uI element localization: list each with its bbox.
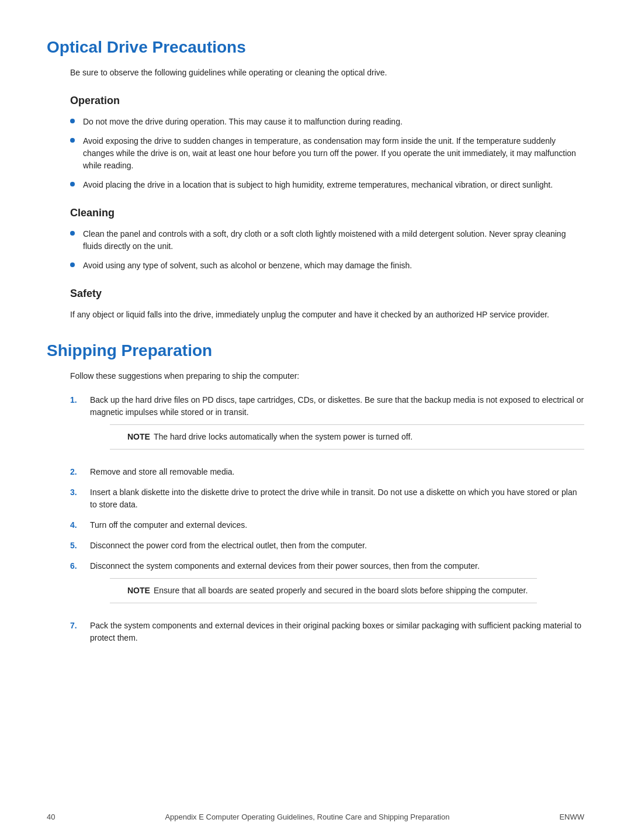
note-box-1: NOTEThe hard drive locks automatically w…	[110, 424, 584, 450]
cleaning-list: Clean the panel and controls with a soft…	[70, 228, 584, 272]
bullet-icon	[70, 262, 75, 267]
list-item: Clean the panel and controls with a soft…	[70, 228, 584, 253]
operation-list: Do not move the drive during operation. …	[70, 116, 584, 191]
cleaning-heading: Cleaning	[70, 205, 584, 221]
note-label: NOTE	[127, 432, 150, 441]
item-num-5: 5.	[70, 540, 86, 552]
footer-right-text: ENWW	[559, 811, 584, 823]
safety-text: If any object or liquid falls into the d…	[70, 309, 584, 321]
note-label: NOTE	[127, 586, 150, 595]
list-item: Do not move the drive during operation. …	[70, 116, 584, 128]
list-item: 2. Remove and store all removable media.	[70, 466, 584, 478]
page-footer: 40 Appendix E Computer Operating Guideli…	[47, 811, 584, 823]
operation-heading: Operation	[70, 93, 584, 109]
list-item: 4. Turn off the computer and external de…	[70, 519, 584, 531]
bullet-icon	[70, 231, 75, 236]
list-item: 6. Disconnect the system components and …	[70, 560, 584, 611]
list-item: 7. Pack the system components and extern…	[70, 620, 584, 644]
item-text-7: Pack the system components and external …	[90, 620, 584, 644]
list-item: Avoid using any type of solvent, such as…	[70, 260, 584, 272]
item-num-3: 3.	[70, 486, 86, 499]
item-text-2: Remove and store all removable media.	[90, 466, 234, 478]
operation-bullet-2: Avoid exposing the drive to sudden chang…	[83, 135, 584, 172]
operation-bullet-1: Do not move the drive during operation. …	[83, 116, 403, 128]
cleaning-bullet-2: Avoid using any type of solvent, such as…	[83, 260, 412, 272]
item-num-6: 6.	[70, 560, 86, 572]
item-num-4: 4.	[70, 519, 86, 531]
shipping-title: Shipping Preparation	[47, 338, 584, 363]
footer-center-text: Appendix E Computer Operating Guidelines…	[165, 811, 449, 823]
list-item: Avoid exposing the drive to sudden chang…	[70, 135, 584, 172]
note-box-2: NOTEEnsure that all boards are seated pr…	[110, 578, 537, 603]
item-text-3: Insert a blank diskette into the diskett…	[90, 486, 584, 511]
page-container: Optical Drive Precautions Be sure to obs…	[0, 0, 631, 840]
bullet-icon	[70, 119, 75, 123]
item-num-1: 1.	[70, 394, 86, 406]
list-item: 3. Insert a blank diskette into the disk…	[70, 486, 584, 511]
cleaning-bullet-1: Clean the panel and controls with a soft…	[83, 228, 584, 253]
footer-page-num: 40	[47, 811, 55, 823]
shipping-intro: Follow these suggestions when preparing …	[70, 370, 584, 382]
item-text-5: Disconnect the power cord from the elect…	[90, 540, 367, 552]
item-text-6: Disconnect the system components and ext…	[90, 561, 480, 571]
list-item: Avoid placing the drive in a location th…	[70, 179, 584, 191]
optical-drive-title: Optical Drive Precautions	[47, 35, 584, 60]
item-num-2: 2.	[70, 466, 86, 478]
list-item: 1. Back up the hard drive files on PD di…	[70, 394, 584, 458]
bullet-icon	[70, 138, 75, 143]
list-item: 5. Disconnect the power cord from the el…	[70, 540, 584, 552]
shipping-list: 1. Back up the hard drive files on PD di…	[70, 394, 584, 644]
note-text-1: NOTEThe hard drive locks automatically w…	[127, 431, 412, 443]
safety-heading: Safety	[70, 286, 584, 302]
operation-bullet-3: Avoid placing the drive in a location th…	[83, 179, 553, 191]
note-text-2: NOTEEnsure that all boards are seated pr…	[127, 585, 528, 597]
item-num-7: 7.	[70, 620, 86, 632]
optical-drive-intro: Be sure to observe the following guideli…	[70, 67, 584, 79]
bullet-icon	[70, 182, 75, 186]
item-text-4: Turn off the computer and external devic…	[90, 519, 247, 531]
item-text-1: Back up the hard drive files on PD discs…	[90, 395, 584, 417]
